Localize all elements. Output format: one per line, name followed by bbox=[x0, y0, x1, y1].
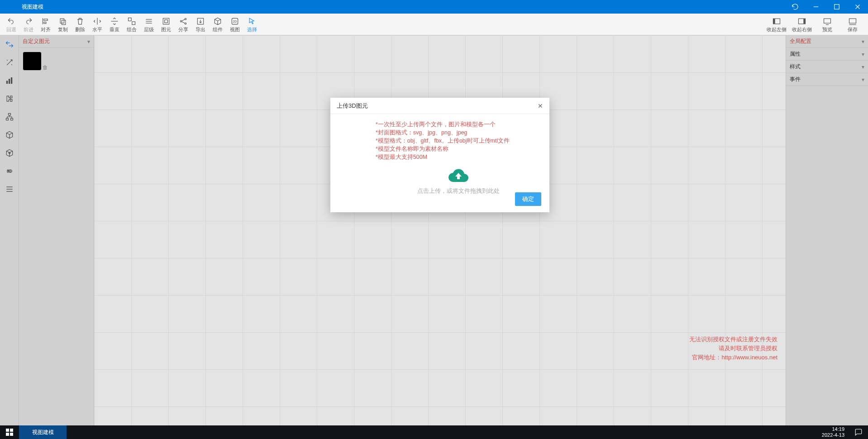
upload-dropzone[interactable]: 点击上传，或将文件拖拽到此处 bbox=[376, 166, 541, 195]
svg-rect-34 bbox=[6, 81, 8, 84]
svg-rect-17 bbox=[165, 19, 168, 23]
svg-rect-12 bbox=[132, 21, 135, 24]
svg-rect-30 bbox=[824, 19, 831, 23]
taskbar-clock[interactable]: 14:19 2022-4-13 bbox=[822, 426, 849, 438]
maximize-button[interactable] bbox=[826, 0, 847, 14]
chevron-down-icon: ▾ bbox=[862, 76, 864, 83]
rail-item-bars[interactable] bbox=[3, 74, 16, 87]
svg-point-20 bbox=[185, 23, 186, 24]
license-warning: 无法识别授权文件或注册文件失效 请及时联系管理员授权 官网地址：http://w… bbox=[689, 335, 777, 362]
refresh-button[interactable] bbox=[785, 0, 806, 14]
close-button[interactable] bbox=[847, 0, 868, 14]
right-panel-item-0[interactable]: 全局配置▾ bbox=[786, 35, 868, 48]
rail-item-puzzle[interactable] bbox=[3, 92, 16, 105]
dialog-title: 上传3D图元 bbox=[337, 102, 368, 110]
tool-element[interactable]: 图元 bbox=[157, 14, 175, 34]
dialog-ok-button[interactable]: 确定 bbox=[515, 192, 541, 206]
copy-icon bbox=[58, 16, 67, 26]
rail-item-cube3d[interactable] bbox=[3, 147, 16, 159]
rail-item-cube[interactable] bbox=[3, 129, 16, 141]
start-button[interactable] bbox=[0, 425, 19, 439]
license-line1: 无法识别授权文件或注册文件失效 bbox=[689, 335, 777, 344]
chevron-down-icon: ▾ bbox=[862, 64, 864, 70]
export-icon bbox=[196, 16, 205, 26]
left-panel-title: 自定义图元 bbox=[23, 38, 50, 45]
license-url-link[interactable]: http://www.ineuos.net bbox=[721, 354, 777, 361]
svg-rect-47 bbox=[6, 433, 9, 436]
delete-icon bbox=[76, 16, 85, 26]
notification-tray[interactable] bbox=[849, 425, 868, 439]
tool-panel-left[interactable]: 收起左侧 bbox=[764, 14, 789, 34]
tool-panel-right[interactable]: 收起右侧 bbox=[789, 14, 815, 34]
horiz-icon bbox=[93, 16, 102, 26]
window-title: 视图建模 bbox=[0, 3, 43, 11]
left-panel-header[interactable]: 自定义图元 ▾ bbox=[19, 35, 94, 48]
svg-rect-38 bbox=[6, 118, 8, 120]
main-toolbar: 回退前进对齐复制删除水平垂直组合层级图元分享导出组件2D视图选择 收起左侧收起右… bbox=[0, 14, 868, 35]
left-icon-rail: 3D bbox=[0, 35, 19, 425]
svg-rect-48 bbox=[10, 433, 13, 436]
window-titlebar: 视图建模 bbox=[0, 0, 868, 14]
svg-rect-27 bbox=[773, 19, 775, 24]
tool-export[interactable]: 导出 bbox=[192, 14, 209, 34]
group-icon bbox=[127, 16, 136, 26]
delete-icon[interactable]: 🗑 bbox=[43, 64, 48, 71]
design-canvas[interactable]: 无法识别授权文件或注册文件失效 请及时联系管理员授权 官网地址：http://w… bbox=[94, 35, 786, 425]
chevron-down-icon: ▾ bbox=[87, 38, 90, 45]
rail-item-swap[interactable] bbox=[3, 38, 16, 51]
rail-item-hier[interactable] bbox=[3, 110, 16, 123]
tool-delete[interactable]: 删除 bbox=[72, 14, 89, 34]
minimize-button[interactable] bbox=[806, 0, 826, 14]
svg-rect-46 bbox=[10, 429, 13, 432]
rail-item-3d[interactable]: 3D bbox=[3, 165, 16, 177]
redo-icon bbox=[24, 16, 33, 26]
vert-icon bbox=[110, 16, 119, 26]
dialog-close-button[interactable]: ✕ bbox=[538, 102, 543, 110]
license-line2: 请及时联系管理员授权 bbox=[689, 344, 777, 353]
tool-preview[interactable]: 预览 bbox=[815, 14, 840, 34]
right-panel-item-2[interactable]: 样式▾ bbox=[786, 61, 868, 73]
chevron-down-icon: ▾ bbox=[862, 51, 864, 57]
rail-item-magic[interactable] bbox=[3, 56, 16, 69]
tool-save[interactable]: 保存 bbox=[840, 14, 865, 34]
taskbar-app-button[interactable]: 视图建模 bbox=[19, 425, 67, 439]
element-thumbnail[interactable]: 🗑 bbox=[23, 52, 48, 71]
align-icon bbox=[41, 16, 50, 26]
preview-icon bbox=[823, 16, 832, 26]
tool-redo[interactable]: 前进 bbox=[20, 14, 37, 34]
tool-share[interactable]: 分享 bbox=[175, 14, 192, 34]
svg-rect-32 bbox=[849, 19, 856, 23]
svg-rect-35 bbox=[9, 79, 10, 84]
svg-point-18 bbox=[180, 20, 181, 22]
license-line3: 官网地址：http://www.ineuos.net bbox=[689, 353, 777, 362]
right-panel-item-3[interactable]: 事件▾ bbox=[786, 73, 868, 86]
component-icon bbox=[213, 16, 222, 26]
panel-right-icon bbox=[797, 16, 806, 26]
tool-component[interactable]: 组件 bbox=[209, 14, 226, 34]
tool-align[interactable]: 对齐 bbox=[37, 14, 54, 34]
tool-layer[interactable]: 层级 bbox=[140, 14, 157, 34]
upload-rules: *一次性至少上传两个文件，图片和模型各一个*封面图格式：svg、jpg、png、… bbox=[376, 120, 541, 161]
tool-horiz[interactable]: 水平 bbox=[89, 14, 106, 34]
svg-text:2D: 2D bbox=[233, 19, 237, 24]
undo-icon bbox=[7, 16, 16, 26]
tool-group[interactable]: 组合 bbox=[123, 14, 140, 34]
right-panel-item-1[interactable]: 属性▾ bbox=[786, 48, 868, 61]
thumbnail-preview bbox=[23, 52, 42, 71]
svg-rect-37 bbox=[8, 114, 10, 115]
panel-left-icon bbox=[772, 16, 781, 26]
upload-3d-dialog: 上传3D图元 ✕ *一次性至少上传两个文件，图片和模型各一个*封面图格式：svg… bbox=[330, 98, 549, 212]
select-icon bbox=[248, 16, 257, 26]
svg-text:3D: 3D bbox=[7, 169, 12, 173]
rail-item-list[interactable] bbox=[3, 183, 16, 196]
tool-undo[interactable]: 回退 bbox=[3, 14, 20, 34]
tool-select[interactable]: 选择 bbox=[243, 14, 261, 34]
tool-vert[interactable]: 垂直 bbox=[106, 14, 123, 34]
tool-view2d[interactable]: 2D视图 bbox=[226, 14, 243, 34]
right-panel: 全局配置▾属性▾样式▾事件▾ bbox=[786, 35, 868, 425]
chevron-down-icon: ▾ bbox=[862, 38, 864, 45]
tool-copy[interactable]: 复制 bbox=[54, 14, 72, 34]
svg-rect-36 bbox=[11, 77, 12, 83]
view2d-icon: 2D bbox=[230, 16, 239, 26]
save-icon bbox=[848, 16, 857, 26]
